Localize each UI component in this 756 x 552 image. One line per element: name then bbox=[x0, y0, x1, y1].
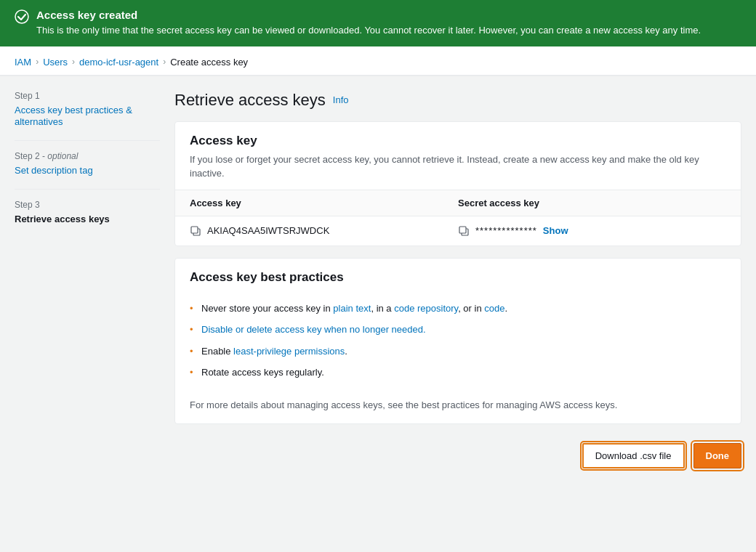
least-privilege-link[interactable]: least-privilege permissions bbox=[233, 346, 345, 357]
best-practices-title: Access key best practices bbox=[190, 270, 726, 285]
sidebar-step-2: Step 2 - optional Set description tag bbox=[15, 151, 160, 176]
copy-icon[interactable] bbox=[190, 225, 201, 237]
breadcrumb-iam[interactable]: IAM bbox=[15, 57, 31, 68]
list-item-text-3: Rotate access keys regularly. bbox=[201, 367, 324, 378]
code-repo-link[interactable]: code repository bbox=[394, 303, 458, 314]
step-2-label: Step 2 - optional bbox=[15, 151, 160, 161]
page-title-row: Retrieve access keys Info bbox=[174, 91, 741, 110]
access-key-card: Access key If you lose or forget your se… bbox=[174, 121, 741, 246]
success-banner: Access key created This is the only time… bbox=[0, 0, 756, 46]
access-key-table-header: Access key Secret access key bbox=[175, 190, 741, 216]
access-key-card-header: Access key If you lose or forget your se… bbox=[175, 122, 741, 190]
access-key-cell: AKIAQ4SAA5IWTSRJWDCK bbox=[190, 225, 458, 237]
banner-title: Access key created bbox=[36, 9, 701, 21]
sidebar-divider-1 bbox=[15, 140, 160, 141]
breadcrumb-sep-1: › bbox=[36, 57, 39, 67]
footer-suffix: . bbox=[615, 399, 618, 410]
secret-key-cell: ************** Show bbox=[458, 225, 726, 237]
breadcrumb: IAM › Users › demo-icf-usr-agent › Creat… bbox=[0, 46, 756, 76]
plain-text-link[interactable]: plain text bbox=[333, 303, 371, 314]
footer-prefix: For more details about managing access k… bbox=[190, 399, 422, 410]
access-key-table-row: AKIAQ4SAA5IWTSRJWDCK ************** Show bbox=[175, 216, 741, 245]
optional-text: optional bbox=[47, 151, 78, 161]
best-practices-list: Never store your access key in plain tex… bbox=[175, 298, 741, 395]
info-link[interactable]: Info bbox=[333, 94, 349, 105]
done-button[interactable]: Done bbox=[693, 443, 742, 468]
access-key-value: AKIAQ4SAA5IWTSRJWDCK bbox=[207, 225, 329, 236]
page-title: Retrieve access keys bbox=[174, 91, 326, 110]
action-bar: Download .csv file Done bbox=[174, 436, 741, 468]
col-secret-key: Secret access key bbox=[458, 198, 726, 208]
breadcrumb-users[interactable]: Users bbox=[43, 57, 68, 68]
download-csv-button[interactable]: Download .csv file bbox=[582, 443, 685, 468]
code-link[interactable]: code bbox=[484, 303, 504, 314]
breadcrumb-user-name[interactable]: demo-icf-usr-agent bbox=[79, 57, 158, 68]
access-key-card-desc: If you lose or forget your secret access… bbox=[190, 153, 726, 181]
sidebar-step-3: Step 3 Retrieve access keys bbox=[15, 200, 160, 224]
check-icon bbox=[15, 9, 29, 28]
svg-rect-2 bbox=[191, 227, 198, 233]
sidebar: Step 1 Access key best practices & alter… bbox=[15, 91, 160, 469]
sidebar-item-step3: Retrieve access keys bbox=[15, 214, 110, 224]
svg-rect-4 bbox=[459, 227, 466, 233]
list-item: Enable least-privilege permissions. bbox=[190, 341, 726, 362]
best-practices-footer: For more details about managing access k… bbox=[175, 395, 741, 424]
sidebar-item-step2[interactable]: Set description tag bbox=[15, 165, 93, 176]
list-item-text-0: Never store your access key in plain tex… bbox=[201, 303, 507, 314]
list-item: Never store your access key in plain tex… bbox=[190, 298, 726, 320]
breadcrumb-current: Create access key bbox=[170, 57, 248, 68]
banner-desc: This is the only time that the secret ac… bbox=[36, 23, 701, 38]
sidebar-divider-2 bbox=[15, 189, 160, 190]
breadcrumb-sep-2: › bbox=[72, 57, 75, 67]
secret-copy-icon[interactable] bbox=[458, 225, 470, 237]
step-1-label: Step 1 bbox=[15, 91, 160, 101]
col-access-key: Access key bbox=[190, 198, 458, 208]
disable-link[interactable]: Disable or delete access key when no lon… bbox=[201, 324, 426, 335]
list-item-text-2: Enable least-privilege permissions. bbox=[201, 346, 347, 357]
list-item: Disable or delete access key when no lon… bbox=[190, 319, 726, 341]
list-item: Rotate access keys regularly. bbox=[190, 362, 726, 383]
breadcrumb-sep-3: › bbox=[163, 57, 166, 67]
list-item-text-1: Disable or delete access key when no lon… bbox=[201, 324, 426, 335]
access-key-card-title: Access key bbox=[190, 134, 726, 148]
best-practices-card: Access key best practices Never store yo… bbox=[174, 258, 741, 425]
sidebar-item-step1[interactable]: Access key best practices & alternatives bbox=[15, 105, 132, 127]
show-secret-key-button[interactable]: Show bbox=[543, 225, 568, 236]
secret-key-masked: ************** bbox=[475, 225, 537, 236]
best-practices-link[interactable]: best practices for managing AWS access k… bbox=[422, 399, 615, 410]
sidebar-step-1: Step 1 Access key best practices & alter… bbox=[15, 91, 160, 127]
main-content: Retrieve access keys Info Access key If … bbox=[174, 91, 741, 469]
step-3-label: Step 3 bbox=[15, 200, 160, 210]
best-practices-header: Access key best practices bbox=[175, 259, 741, 298]
banner-text: Access key created This is the only time… bbox=[36, 9, 701, 38]
svg-point-0 bbox=[15, 10, 28, 23]
